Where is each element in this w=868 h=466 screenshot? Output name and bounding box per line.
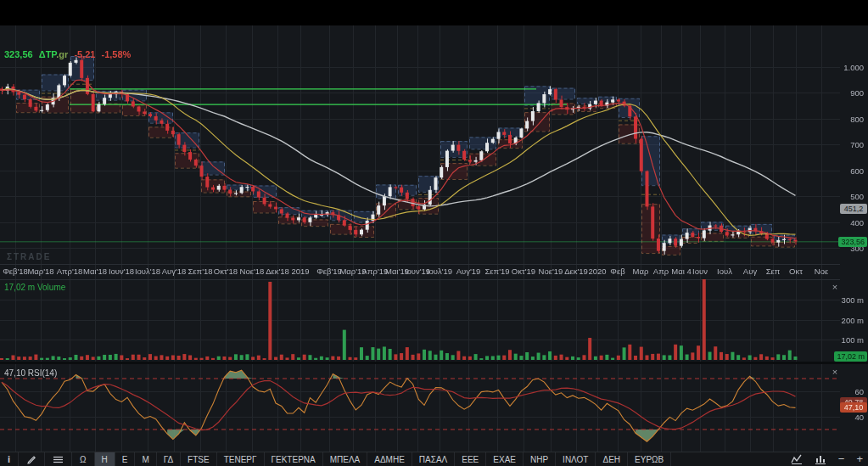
watermark-logo: ΣTRADE [7,252,51,261]
ticker-readout: 323,56 ΔTP.gr -5,21 -1,58% [4,49,131,59]
timeframe-tab-Μ[interactable]: Μ [135,452,156,466]
toolbar-draw-button[interactable] [19,452,45,466]
ticker-change-pct: -1,58% [102,49,132,59]
rsi-pane-label: 47,10 RSI(14) [4,368,57,378]
zoom-out-button[interactable]: − [838,452,845,466]
volume-value-tag: 17,02 m [834,351,867,362]
rsi-value: 47,10 [4,368,25,378]
volume-value: 17,02 m [4,283,35,292]
rsi-name: RSI(14) [28,368,57,378]
volume-axis-tick: 200 m [842,316,864,325]
volume-name: Volume [37,283,65,292]
volume-close-button[interactable]: × [830,283,840,293]
ticker-tab-FTSE[interactable]: FTSE [181,452,217,466]
timeframe-tab-Ε[interactable]: Ε [115,452,136,466]
ticker-tab-ΑΔΜΗΕ[interactable]: ΑΔΜΗΕ [367,452,412,466]
rsi-axis-tick: 60 [854,387,864,396]
volume-axis-tick: 100 m [842,335,864,345]
volume-axis-tick: 300 m [842,295,864,305]
timeframe-tab-Η[interactable]: Η [95,452,115,466]
volume-pane-label: 17,02 m Volume [4,283,65,292]
ticker-tab-ΤΕΝΕΡΓ[interactable]: ΤΕΝΕΡΓ [217,452,265,466]
ticker-tab-ΔΕΗ[interactable]: ΔΕΗ [596,452,628,466]
ma-value-tag: 451,2 [840,204,867,214]
ticker-tab-ΓΕΚΤΕΡΝΑ[interactable]: ΓΕΚΤΕΡΝΑ [265,452,323,466]
timeframe-tab-ΓΔ[interactable]: ΓΔ [157,452,181,466]
price-axis-tick: 900 [850,88,864,98]
toolbar-info-button[interactable]: i [0,452,19,466]
toolbar-omega-button[interactable]: Ω [72,452,94,466]
ticker-price: 323,56 [4,49,33,59]
ticker-symbol-suffix: .gr [56,49,68,59]
toolbar-watchlist-button[interactable] [45,452,72,466]
chart-style-bars-icon[interactable] [815,454,826,464]
ticker-symbol: ΔTP [39,49,57,59]
date-axis-tick: Νοε [801,267,842,276]
price-axis-tick: 500 [850,192,864,201]
trading-chart-app: 323,56 ΔTP.gr -5,21 -1,58% ΣTRADE 17,02 … [0,0,868,466]
price-axis-tick: 800 [850,115,864,124]
ticker-tab-ΙΝΛΟΤ[interactable]: ΙΝΛΟΤ [556,452,596,466]
chart-canvas[interactable] [0,0,868,466]
ticker-tab-ΕΧΑΕ[interactable]: ΕΧΑΕ [486,452,524,466]
price-axis-tick: 400 [850,218,864,227]
rsi-value-tag: 47,10 [840,402,867,413]
toolbar-right-controls: − + [791,452,863,466]
chart-style-line-icon[interactable] [791,454,803,464]
price-axis-tick: 1.000 [843,63,864,72]
ticker-tab-ΕΕΕ[interactable]: ΕΕΕ [455,452,486,466]
ticker-change: -5,21 [74,49,95,59]
ticker-tab-ΜΠΕΛΑ[interactable]: ΜΠΕΛΑ [323,452,368,466]
price-axis-tick: 600 [850,166,864,176]
ticker-tab-ΠΑΣΑΛ[interactable]: ΠΑΣΑΛ [412,452,455,466]
price-axis-tick: 700 [850,140,864,149]
ticker-tab-ΝΗΡ[interactable]: ΝΗΡ [524,452,556,466]
rsi-close-button[interactable]: × [830,368,840,378]
last-price-tag: 323,56 [838,237,867,247]
zoom-in-button[interactable]: + [856,452,863,466]
ticker-tab-ΕΥΡΩΒ[interactable]: ΕΥΡΩΒ [628,452,671,466]
rsi-axis-tick: 40 [854,413,864,422]
bottom-toolbar: iΩΗΕΜΓΔFTSEΤΕΝΕΡΓΓΕΚΤΕΡΝΑΜΠΕΛΑΑΔΜΗΕΠΑΣΑΛ… [0,452,868,466]
